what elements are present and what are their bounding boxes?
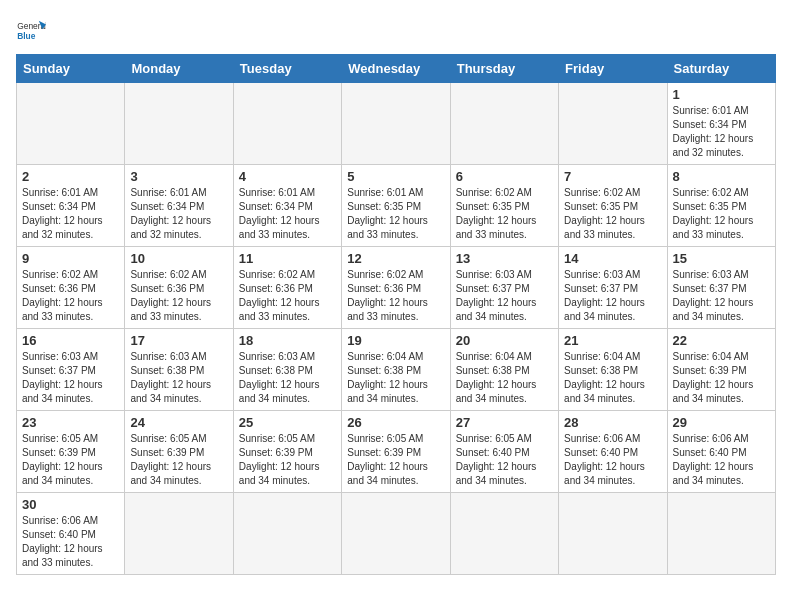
- day-number: 17: [130, 333, 227, 348]
- day-number: 10: [130, 251, 227, 266]
- column-header-wednesday: Wednesday: [342, 55, 450, 83]
- calendar-week-row: 9Sunrise: 6:02 AM Sunset: 6:36 PM Daylig…: [17, 247, 776, 329]
- day-info: Sunrise: 6:01 AM Sunset: 6:34 PM Dayligh…: [130, 186, 227, 242]
- calendar-cell: 17Sunrise: 6:03 AM Sunset: 6:38 PM Dayli…: [125, 329, 233, 411]
- day-number: 1: [673, 87, 770, 102]
- day-info: Sunrise: 6:02 AM Sunset: 6:36 PM Dayligh…: [239, 268, 336, 324]
- calendar-cell: 16Sunrise: 6:03 AM Sunset: 6:37 PM Dayli…: [17, 329, 125, 411]
- day-number: 6: [456, 169, 553, 184]
- column-header-sunday: Sunday: [17, 55, 125, 83]
- calendar-cell: 5Sunrise: 6:01 AM Sunset: 6:35 PM Daylig…: [342, 165, 450, 247]
- column-header-saturday: Saturday: [667, 55, 775, 83]
- day-info: Sunrise: 6:02 AM Sunset: 6:35 PM Dayligh…: [456, 186, 553, 242]
- day-number: 26: [347, 415, 444, 430]
- header: General Blue: [16, 16, 776, 46]
- day-info: Sunrise: 6:01 AM Sunset: 6:34 PM Dayligh…: [239, 186, 336, 242]
- day-number: 7: [564, 169, 661, 184]
- day-info: Sunrise: 6:03 AM Sunset: 6:37 PM Dayligh…: [673, 268, 770, 324]
- calendar-cell: 19Sunrise: 6:04 AM Sunset: 6:38 PM Dayli…: [342, 329, 450, 411]
- calendar-week-row: 23Sunrise: 6:05 AM Sunset: 6:39 PM Dayli…: [17, 411, 776, 493]
- day-info: Sunrise: 6:03 AM Sunset: 6:37 PM Dayligh…: [456, 268, 553, 324]
- calendar-cell: 1Sunrise: 6:01 AM Sunset: 6:34 PM Daylig…: [667, 83, 775, 165]
- day-number: 13: [456, 251, 553, 266]
- day-info: Sunrise: 6:05 AM Sunset: 6:39 PM Dayligh…: [130, 432, 227, 488]
- calendar-cell: 12Sunrise: 6:02 AM Sunset: 6:36 PM Dayli…: [342, 247, 450, 329]
- calendar-week-row: 30Sunrise: 6:06 AM Sunset: 6:40 PM Dayli…: [17, 493, 776, 575]
- day-number: 29: [673, 415, 770, 430]
- calendar-cell: 7Sunrise: 6:02 AM Sunset: 6:35 PM Daylig…: [559, 165, 667, 247]
- day-number: 11: [239, 251, 336, 266]
- day-number: 9: [22, 251, 119, 266]
- day-info: Sunrise: 6:06 AM Sunset: 6:40 PM Dayligh…: [22, 514, 119, 570]
- column-header-tuesday: Tuesday: [233, 55, 341, 83]
- day-number: 4: [239, 169, 336, 184]
- calendar-cell: 15Sunrise: 6:03 AM Sunset: 6:37 PM Dayli…: [667, 247, 775, 329]
- calendar-cell: 26Sunrise: 6:05 AM Sunset: 6:39 PM Dayli…: [342, 411, 450, 493]
- day-number: 24: [130, 415, 227, 430]
- day-info: Sunrise: 6:01 AM Sunset: 6:34 PM Dayligh…: [22, 186, 119, 242]
- calendar-cell: 18Sunrise: 6:03 AM Sunset: 6:38 PM Dayli…: [233, 329, 341, 411]
- calendar-cell: [342, 493, 450, 575]
- day-info: Sunrise: 6:02 AM Sunset: 6:36 PM Dayligh…: [22, 268, 119, 324]
- calendar-cell: 6Sunrise: 6:02 AM Sunset: 6:35 PM Daylig…: [450, 165, 558, 247]
- calendar-cell: [125, 83, 233, 165]
- calendar-cell: 14Sunrise: 6:03 AM Sunset: 6:37 PM Dayli…: [559, 247, 667, 329]
- calendar-cell: 24Sunrise: 6:05 AM Sunset: 6:39 PM Dayli…: [125, 411, 233, 493]
- calendar-cell: [559, 493, 667, 575]
- day-info: Sunrise: 6:06 AM Sunset: 6:40 PM Dayligh…: [673, 432, 770, 488]
- calendar-table: SundayMondayTuesdayWednesdayThursdayFrid…: [16, 54, 776, 575]
- day-number: 15: [673, 251, 770, 266]
- day-info: Sunrise: 6:05 AM Sunset: 6:39 PM Dayligh…: [239, 432, 336, 488]
- calendar-cell: [342, 83, 450, 165]
- day-number: 3: [130, 169, 227, 184]
- calendar-cell: 30Sunrise: 6:06 AM Sunset: 6:40 PM Dayli…: [17, 493, 125, 575]
- calendar-cell: 2Sunrise: 6:01 AM Sunset: 6:34 PM Daylig…: [17, 165, 125, 247]
- day-info: Sunrise: 6:03 AM Sunset: 6:37 PM Dayligh…: [564, 268, 661, 324]
- logo-icon: General Blue: [16, 16, 46, 46]
- calendar-cell: 9Sunrise: 6:02 AM Sunset: 6:36 PM Daylig…: [17, 247, 125, 329]
- day-info: Sunrise: 6:02 AM Sunset: 6:35 PM Dayligh…: [564, 186, 661, 242]
- day-number: 14: [564, 251, 661, 266]
- day-number: 2: [22, 169, 119, 184]
- day-number: 5: [347, 169, 444, 184]
- calendar-cell: [667, 493, 775, 575]
- calendar-cell: [450, 493, 558, 575]
- calendar-header-row: SundayMondayTuesdayWednesdayThursdayFrid…: [17, 55, 776, 83]
- day-info: Sunrise: 6:04 AM Sunset: 6:38 PM Dayligh…: [564, 350, 661, 406]
- day-info: Sunrise: 6:05 AM Sunset: 6:39 PM Dayligh…: [347, 432, 444, 488]
- column-header-monday: Monday: [125, 55, 233, 83]
- calendar-cell: [233, 83, 341, 165]
- day-info: Sunrise: 6:03 AM Sunset: 6:38 PM Dayligh…: [239, 350, 336, 406]
- day-info: Sunrise: 6:02 AM Sunset: 6:36 PM Dayligh…: [130, 268, 227, 324]
- calendar-cell: 25Sunrise: 6:05 AM Sunset: 6:39 PM Dayli…: [233, 411, 341, 493]
- calendar-cell: 20Sunrise: 6:04 AM Sunset: 6:38 PM Dayli…: [450, 329, 558, 411]
- day-number: 23: [22, 415, 119, 430]
- column-header-friday: Friday: [559, 55, 667, 83]
- day-number: 21: [564, 333, 661, 348]
- calendar-cell: 21Sunrise: 6:04 AM Sunset: 6:38 PM Dayli…: [559, 329, 667, 411]
- day-info: Sunrise: 6:06 AM Sunset: 6:40 PM Dayligh…: [564, 432, 661, 488]
- day-info: Sunrise: 6:04 AM Sunset: 6:38 PM Dayligh…: [347, 350, 444, 406]
- day-info: Sunrise: 6:01 AM Sunset: 6:35 PM Dayligh…: [347, 186, 444, 242]
- day-number: 8: [673, 169, 770, 184]
- day-number: 25: [239, 415, 336, 430]
- calendar-cell: [559, 83, 667, 165]
- day-info: Sunrise: 6:03 AM Sunset: 6:37 PM Dayligh…: [22, 350, 119, 406]
- day-number: 18: [239, 333, 336, 348]
- day-info: Sunrise: 6:02 AM Sunset: 6:35 PM Dayligh…: [673, 186, 770, 242]
- column-header-thursday: Thursday: [450, 55, 558, 83]
- calendar-cell: 13Sunrise: 6:03 AM Sunset: 6:37 PM Dayli…: [450, 247, 558, 329]
- day-info: Sunrise: 6:01 AM Sunset: 6:34 PM Dayligh…: [673, 104, 770, 160]
- calendar-cell: 10Sunrise: 6:02 AM Sunset: 6:36 PM Dayli…: [125, 247, 233, 329]
- day-info: Sunrise: 6:02 AM Sunset: 6:36 PM Dayligh…: [347, 268, 444, 324]
- day-info: Sunrise: 6:03 AM Sunset: 6:38 PM Dayligh…: [130, 350, 227, 406]
- calendar-week-row: 1Sunrise: 6:01 AM Sunset: 6:34 PM Daylig…: [17, 83, 776, 165]
- day-number: 22: [673, 333, 770, 348]
- logo: General Blue: [16, 16, 46, 46]
- day-number: 20: [456, 333, 553, 348]
- day-number: 12: [347, 251, 444, 266]
- day-number: 30: [22, 497, 119, 512]
- calendar-cell: [17, 83, 125, 165]
- calendar-cell: [233, 493, 341, 575]
- calendar-cell: 8Sunrise: 6:02 AM Sunset: 6:35 PM Daylig…: [667, 165, 775, 247]
